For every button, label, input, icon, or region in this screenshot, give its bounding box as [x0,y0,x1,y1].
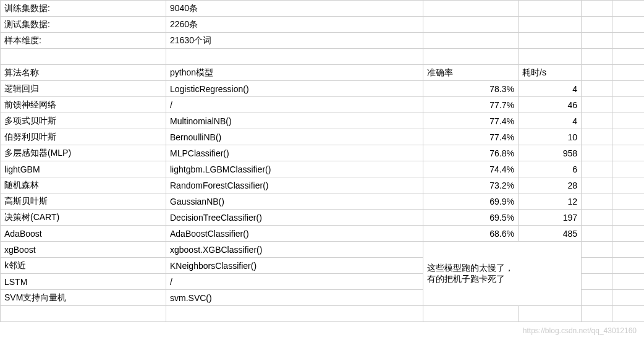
cell-test-value: 2260条 [166,17,423,33]
table-row: 决策树(CART) DecisionTreeClassifier() 69.5%… [1,210,645,226]
cell-algo: 前馈神经网络 [1,97,166,113]
cell-empty [423,1,519,17]
cell-train-value: 9040条 [166,1,423,17]
cell-empty [519,33,582,49]
cell-empty [612,97,645,113]
cell-algo: 多项式贝叶斯 [1,113,166,129]
cell-model: BernoulliNB() [166,129,423,145]
cell-empty [519,1,582,17]
cell-algo: lightGBM [1,161,166,177]
cell-acc: 78.3% [423,81,519,97]
cell-slow-note: 这些模型跑的太慢了， 有的把机子跑卡死了 [423,242,582,306]
cell-empty [612,210,645,226]
header-algo: 算法名称 [1,65,166,81]
cell-time: 485 [519,226,582,242]
cell-model: KNeighborsClassifier() [166,258,423,274]
cell-acc: 69.9% [423,193,519,210]
cell-acc: 76.8% [423,145,519,161]
watermark-text: https://blog.csdn.net/qq_43012160 [523,326,637,335]
table-row: lightGBM lightgbm.LGBMClassifier() 74.4%… [1,161,645,177]
cell-model: DecisionTreeClassifier() [166,210,423,226]
cell-empty [582,17,612,33]
cell-empty [582,258,612,274]
cell-empty [582,33,612,49]
table-row: 伯努利贝叶斯 BernoulliNB() 77.4% 10 [1,129,645,145]
cell-empty [612,226,645,242]
header-acc: 准确率 [423,65,519,81]
cell-empty [582,210,612,226]
cell-model: / [166,97,423,113]
slow-note-line2: 有的把机子跑卡死了 [427,274,577,285]
table-row: 多项式贝叶斯 MultinomialNB() 77.4% 4 [1,113,645,129]
cell-empty [612,242,645,258]
cell-model: / [166,274,423,290]
cell-empty [519,49,582,65]
cell-time: 4 [519,113,582,129]
cell-empty [582,193,612,210]
cell-empty [582,226,612,242]
cell-time: 28 [519,177,582,193]
cell-empty [612,290,645,306]
table-row-slow: xgBoost xgboost.XGBClassifier() 这些模型跑的太慢… [1,242,645,258]
cell-model: RandomForestClassifier() [166,177,423,193]
cell-empty [582,161,612,177]
cell-algo: k邻近 [1,258,166,274]
cell-empty [612,258,645,274]
cell-acc: 68.6% [423,226,519,242]
cell-time: 6 [519,161,582,177]
cell-empty [423,33,519,49]
cell-algo: AdaBoost [1,226,166,242]
cell-test-label: 测试集数据: [1,17,166,33]
cell-algo: LSTM [1,274,166,290]
cell-empty [582,145,612,161]
cell-empty [582,177,612,193]
cell-empty [582,306,612,322]
cell-empty [612,33,645,49]
cell-empty [166,306,423,322]
cell-train-label: 训练集数据: [1,1,166,17]
meta-row-test: 测试集数据: 2260条 [1,17,645,33]
cell-algo: xgBoost [1,242,166,258]
cell-time: 4 [519,81,582,97]
header-row: 算法名称 python模型 准确率 耗时/s [1,65,645,81]
cell-empty [582,274,612,290]
cell-model: LogisticRegression() [166,81,423,97]
spreadsheet-table: 训练集数据: 9040条 测试集数据: 2260条 样本维度: 21630个词 [0,0,644,322]
cell-empty [582,290,612,306]
cell-empty [519,306,582,322]
cell-empty [612,306,645,322]
cell-acc: 77.4% [423,113,519,129]
cell-model: MLPClassifier() [166,145,423,161]
cell-empty [582,49,612,65]
cell-empty [582,97,612,113]
cell-acc: 74.4% [423,161,519,177]
cell-time: 10 [519,129,582,145]
cell-empty [1,49,166,65]
cell-model: svm.SVC() [166,290,423,306]
cell-empty [582,65,612,81]
table-row: 逻辑回归 LogisticRegression() 78.3% 4 [1,81,645,97]
header-time: 耗时/s [519,65,582,81]
header-model: python模型 [166,65,423,81]
cell-model: lightgbm.LGBMClassifier() [166,161,423,177]
cell-empty [612,1,645,17]
cell-model: GaussianNB() [166,193,423,210]
cell-empty [612,193,645,210]
cell-empty [612,113,645,129]
cell-model: AdaBoostClassifier() [166,226,423,242]
cell-empty [423,17,519,33]
cell-algo: 随机森林 [1,177,166,193]
meta-row-train: 训练集数据: 9040条 [1,1,645,17]
cell-empty [612,65,645,81]
table-row: AdaBoost AdaBoostClassifier() 68.6% 485 [1,226,645,242]
cell-empty [423,306,519,322]
cell-empty [582,1,612,17]
cell-algo: 逻辑回归 [1,81,166,97]
cell-algo: 决策树(CART) [1,210,166,226]
cell-algo: 多层感知器(MLP) [1,145,166,161]
cell-time: 12 [519,193,582,210]
blank-row [1,306,645,322]
cell-empty [582,129,612,145]
cell-model: MultinomialNB() [166,113,423,129]
cell-empty [612,177,645,193]
